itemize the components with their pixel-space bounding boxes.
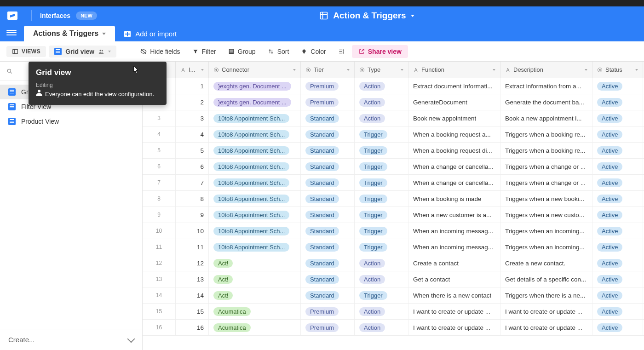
cell-function[interactable]: When a new customer is a... <box>408 207 500 223</box>
table-row[interactable]: 1313Act!StandardActionGet a contactGet d… <box>143 271 644 287</box>
create-view-button[interactable]: Create... <box>0 329 142 350</box>
cell-connector[interactable]: }exghts gen. Document ... <box>209 94 301 110</box>
cell-status[interactable]: Active <box>592 287 643 303</box>
cell-tier[interactable]: Standard <box>301 255 355 271</box>
cell-connector[interactable]: }exghts gen. Document ... <box>209 78 301 94</box>
cell-function[interactable]: I want to create or update ... <box>408 320 500 335</box>
table-row[interactable]: 7710to8 Appointment Sch...StandardTrigge… <box>143 175 644 191</box>
col-header-index[interactable]: I... <box>176 62 209 78</box>
menu-toggle[interactable] <box>6 28 17 38</box>
cell-type[interactable]: Trigger <box>355 175 408 190</box>
cell-rownum[interactable]: 5 <box>143 143 176 158</box>
cell-index[interactable]: 5 <box>176 143 209 158</box>
cell-status[interactable]: Active <box>592 255 643 271</box>
cell-function[interactable]: When a change or cancella... <box>408 159 500 174</box>
chevron-down-icon[interactable] <box>411 15 414 17</box>
view-switcher[interactable]: Grid view <box>49 46 116 57</box>
cell-rownum[interactable]: 12 <box>143 255 176 271</box>
cell-rownum[interactable]: 14 <box>143 287 176 303</box>
cell-description[interactable]: Triggers when a booking re... <box>500 126 592 142</box>
cell-status[interactable]: Active <box>592 175 643 190</box>
cell-connector[interactable]: 10to8 Appointment Sch... <box>209 239 301 255</box>
table-row[interactable]: 111110to8 Appointment Sch...StandardTrig… <box>143 239 644 255</box>
cell-type[interactable]: Trigger <box>355 223 408 239</box>
cell-rownum[interactable]: 9 <box>143 207 176 223</box>
cell-connector[interactable]: Act! <box>209 287 301 303</box>
table-tab-active[interactable]: Actions & Triggers <box>24 26 115 41</box>
cell-tier[interactable]: Standard <box>301 207 355 223</box>
table-row[interactable]: 2}exghts gen. Document ...PremiumActionG… <box>143 94 644 110</box>
cell-tier[interactable]: Premium <box>301 320 355 335</box>
cell-description[interactable]: I want to create or update ... <box>500 320 592 335</box>
views-toggle[interactable]: VIEWS <box>6 46 46 57</box>
cell-rownum[interactable]: 10 <box>143 223 176 239</box>
cell-rownum[interactable]: 16 <box>143 320 176 335</box>
cell-function[interactable]: Book new appointment <box>408 110 500 126</box>
cell-description[interactable]: Triggers when a change or ... <box>500 175 592 190</box>
cell-description[interactable]: Triggers when an incoming... <box>500 223 592 239</box>
cell-description[interactable]: Get details of a specific con... <box>500 271 592 287</box>
cell-status[interactable]: Active <box>592 110 643 126</box>
cell-tier[interactable]: Standard <box>301 191 355 207</box>
cell-rownum[interactable]: 8 <box>143 191 176 207</box>
cell-tier[interactable]: Standard <box>301 175 355 190</box>
sort-button[interactable]: Sort <box>263 46 294 57</box>
cell-description[interactable]: Triggers when a new custo... <box>500 207 592 223</box>
table-row[interactable]: 5510to8 Appointment Sch...StandardTrigge… <box>143 143 644 159</box>
cell-function[interactable]: When a booking is made <box>408 191 500 207</box>
cell-connector[interactable]: 10to8 Appointment Sch... <box>209 175 301 190</box>
cell-description[interactable]: Triggers when a change or ... <box>500 159 592 174</box>
chevron-down-icon[interactable] <box>108 51 111 52</box>
cell-status[interactable]: Active <box>592 94 643 110</box>
cell-rownum[interactable]: 3 <box>143 110 176 126</box>
cell-description[interactable]: Extract information from a... <box>500 78 592 94</box>
col-header-description[interactable]: Description <box>500 62 592 78</box>
cell-index[interactable]: 16 <box>176 320 209 335</box>
cell-type[interactable]: Trigger <box>355 287 408 303</box>
cell-connector[interactable]: 10to8 Appointment Sch... <box>209 159 301 174</box>
cell-index[interactable]: 9 <box>176 207 209 223</box>
cell-index[interactable]: 11 <box>176 239 209 255</box>
cell-tier[interactable]: Premium <box>301 78 355 94</box>
cell-function[interactable]: Extract document Informati... <box>408 78 500 94</box>
cell-description[interactable]: I want to create or update ... <box>500 304 592 319</box>
cell-type[interactable]: Trigger <box>355 143 408 158</box>
cell-status[interactable]: Active <box>592 207 643 223</box>
cell-function[interactable]: I want to create or update ... <box>408 304 500 319</box>
cell-connector[interactable]: 10to8 Appointment Sch... <box>209 143 301 158</box>
cell-index[interactable]: 13 <box>176 271 209 287</box>
cell-function[interactable]: GenerateDocument <box>408 94 500 110</box>
cell-type[interactable]: Trigger <box>355 126 408 142</box>
interfaces-link[interactable]: Interfaces <box>40 12 70 19</box>
cell-function[interactable]: When an incoming messag... <box>408 223 500 239</box>
cell-function[interactable]: Get a contact <box>408 271 500 287</box>
chevron-down-icon[interactable] <box>293 69 296 71</box>
cell-connector[interactable]: 10to8 Appointment Sch... <box>209 223 301 239</box>
chevron-down-icon[interactable] <box>493 69 495 71</box>
col-header-function[interactable]: Function <box>408 62 500 78</box>
table-row[interactable]: 1616AcumaticaPremiumActionI want to crea… <box>143 320 644 336</box>
cell-description[interactable]: Triggers when there is a ne... <box>500 287 592 303</box>
table-row[interactable]: 4410to8 Appointment Sch...StandardTrigge… <box>143 126 644 143</box>
col-header-status[interactable]: Status <box>592 62 643 78</box>
cell-status[interactable]: Active <box>592 126 643 142</box>
cell-description[interactable]: Triggers when a new booki... <box>500 191 592 207</box>
sidebar-view-item[interactable]: Product View <box>0 114 142 129</box>
row-height-button[interactable] <box>334 46 349 57</box>
cell-tier[interactable]: Standard <box>301 287 355 303</box>
cell-type[interactable]: Action <box>355 255 408 271</box>
cell-type[interactable]: Action <box>355 304 408 319</box>
col-header-connector[interactable]: Connector <box>209 62 301 78</box>
cell-type[interactable]: Action <box>355 78 408 94</box>
cell-tier[interactable]: Standard <box>301 271 355 287</box>
cell-status[interactable]: Active <box>592 239 643 255</box>
cell-type[interactable]: Trigger <box>355 239 408 255</box>
cell-index[interactable]: 4 <box>176 126 209 142</box>
cell-rownum[interactable]: 4 <box>143 126 176 142</box>
cell-status[interactable]: Active <box>592 271 643 287</box>
chevron-down-icon[interactable] <box>585 69 587 71</box>
cell-connector[interactable]: Acumatica <box>209 304 301 319</box>
cell-tier[interactable]: Standard <box>301 110 355 126</box>
cell-function[interactable]: When a booking request a... <box>408 126 500 142</box>
col-header-type[interactable]: Type <box>355 62 408 78</box>
